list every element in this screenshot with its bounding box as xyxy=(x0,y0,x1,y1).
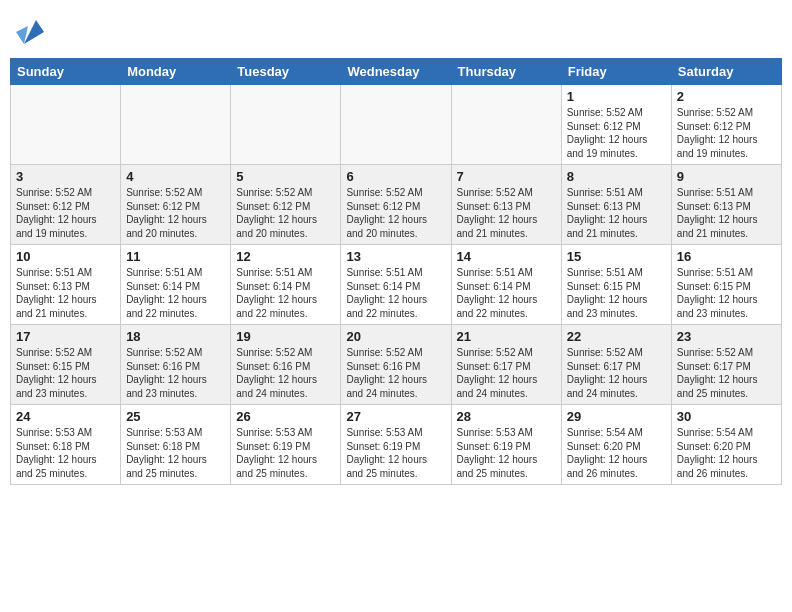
day-info: Sunrise: 5:52 AM Sunset: 6:16 PM Dayligh… xyxy=(346,346,445,400)
calendar-cell: 8Sunrise: 5:51 AM Sunset: 6:13 PM Daylig… xyxy=(561,165,671,245)
day-info: Sunrise: 5:53 AM Sunset: 6:19 PM Dayligh… xyxy=(457,426,556,480)
day-info: Sunrise: 5:52 AM Sunset: 6:15 PM Dayligh… xyxy=(16,346,115,400)
calendar-cell: 18Sunrise: 5:52 AM Sunset: 6:16 PM Dayli… xyxy=(121,325,231,405)
day-number: 8 xyxy=(567,169,666,184)
calendar-cell: 17Sunrise: 5:52 AM Sunset: 6:15 PM Dayli… xyxy=(11,325,121,405)
calendar-cell: 23Sunrise: 5:52 AM Sunset: 6:17 PM Dayli… xyxy=(671,325,781,405)
calendar-cell: 22Sunrise: 5:52 AM Sunset: 6:17 PM Dayli… xyxy=(561,325,671,405)
weekday-header-friday: Friday xyxy=(561,59,671,85)
day-info: Sunrise: 5:52 AM Sunset: 6:13 PM Dayligh… xyxy=(457,186,556,240)
day-info: Sunrise: 5:52 AM Sunset: 6:12 PM Dayligh… xyxy=(677,106,776,160)
day-number: 28 xyxy=(457,409,556,424)
day-info: Sunrise: 5:51 AM Sunset: 6:15 PM Dayligh… xyxy=(567,266,666,320)
calendar-cell: 14Sunrise: 5:51 AM Sunset: 6:14 PM Dayli… xyxy=(451,245,561,325)
calendar-cell xyxy=(11,85,121,165)
day-number: 3 xyxy=(16,169,115,184)
day-number: 2 xyxy=(677,89,776,104)
day-info: Sunrise: 5:51 AM Sunset: 6:14 PM Dayligh… xyxy=(457,266,556,320)
weekday-header-thursday: Thursday xyxy=(451,59,561,85)
calendar-week-row: 10Sunrise: 5:51 AM Sunset: 6:13 PM Dayli… xyxy=(11,245,782,325)
day-info: Sunrise: 5:52 AM Sunset: 6:16 PM Dayligh… xyxy=(236,346,335,400)
calendar-cell: 20Sunrise: 5:52 AM Sunset: 6:16 PM Dayli… xyxy=(341,325,451,405)
day-info: Sunrise: 5:52 AM Sunset: 6:12 PM Dayligh… xyxy=(236,186,335,240)
day-info: Sunrise: 5:52 AM Sunset: 6:12 PM Dayligh… xyxy=(126,186,225,240)
day-info: Sunrise: 5:54 AM Sunset: 6:20 PM Dayligh… xyxy=(567,426,666,480)
calendar-week-row: 3Sunrise: 5:52 AM Sunset: 6:12 PM Daylig… xyxy=(11,165,782,245)
calendar-cell: 7Sunrise: 5:52 AM Sunset: 6:13 PM Daylig… xyxy=(451,165,561,245)
calendar-cell: 19Sunrise: 5:52 AM Sunset: 6:16 PM Dayli… xyxy=(231,325,341,405)
day-info: Sunrise: 5:53 AM Sunset: 6:19 PM Dayligh… xyxy=(346,426,445,480)
calendar-cell xyxy=(341,85,451,165)
calendar-cell: 13Sunrise: 5:51 AM Sunset: 6:14 PM Dayli… xyxy=(341,245,451,325)
day-number: 29 xyxy=(567,409,666,424)
calendar-cell: 11Sunrise: 5:51 AM Sunset: 6:14 PM Dayli… xyxy=(121,245,231,325)
day-number: 12 xyxy=(236,249,335,264)
day-number: 7 xyxy=(457,169,556,184)
weekday-header-wednesday: Wednesday xyxy=(341,59,451,85)
logo-icon xyxy=(14,16,46,48)
calendar-cell: 3Sunrise: 5:52 AM Sunset: 6:12 PM Daylig… xyxy=(11,165,121,245)
day-number: 25 xyxy=(126,409,225,424)
day-number: 26 xyxy=(236,409,335,424)
day-info: Sunrise: 5:54 AM Sunset: 6:20 PM Dayligh… xyxy=(677,426,776,480)
calendar-week-row: 1Sunrise: 5:52 AM Sunset: 6:12 PM Daylig… xyxy=(11,85,782,165)
day-number: 6 xyxy=(346,169,445,184)
calendar-table: SundayMondayTuesdayWednesdayThursdayFrid… xyxy=(10,58,782,485)
calendar-cell: 28Sunrise: 5:53 AM Sunset: 6:19 PM Dayli… xyxy=(451,405,561,485)
calendar-cell: 1Sunrise: 5:52 AM Sunset: 6:12 PM Daylig… xyxy=(561,85,671,165)
day-number: 15 xyxy=(567,249,666,264)
day-number: 27 xyxy=(346,409,445,424)
calendar-header-row: SundayMondayTuesdayWednesdayThursdayFrid… xyxy=(11,59,782,85)
calendar-week-row: 24Sunrise: 5:53 AM Sunset: 6:18 PM Dayli… xyxy=(11,405,782,485)
day-info: Sunrise: 5:52 AM Sunset: 6:16 PM Dayligh… xyxy=(126,346,225,400)
day-number: 20 xyxy=(346,329,445,344)
day-info: Sunrise: 5:53 AM Sunset: 6:19 PM Dayligh… xyxy=(236,426,335,480)
day-number: 11 xyxy=(126,249,225,264)
day-info: Sunrise: 5:51 AM Sunset: 6:13 PM Dayligh… xyxy=(567,186,666,240)
calendar-cell: 9Sunrise: 5:51 AM Sunset: 6:13 PM Daylig… xyxy=(671,165,781,245)
day-info: Sunrise: 5:52 AM Sunset: 6:17 PM Dayligh… xyxy=(677,346,776,400)
calendar-cell xyxy=(451,85,561,165)
calendar-cell xyxy=(121,85,231,165)
day-number: 4 xyxy=(126,169,225,184)
day-number: 22 xyxy=(567,329,666,344)
day-info: Sunrise: 5:51 AM Sunset: 6:14 PM Dayligh… xyxy=(236,266,335,320)
day-number: 16 xyxy=(677,249,776,264)
day-info: Sunrise: 5:53 AM Sunset: 6:18 PM Dayligh… xyxy=(126,426,225,480)
page-header xyxy=(10,10,782,48)
weekday-header-sunday: Sunday xyxy=(11,59,121,85)
logo xyxy=(10,16,46,48)
day-number: 24 xyxy=(16,409,115,424)
calendar-cell: 29Sunrise: 5:54 AM Sunset: 6:20 PM Dayli… xyxy=(561,405,671,485)
calendar-cell: 15Sunrise: 5:51 AM Sunset: 6:15 PM Dayli… xyxy=(561,245,671,325)
calendar-cell: 30Sunrise: 5:54 AM Sunset: 6:20 PM Dayli… xyxy=(671,405,781,485)
day-info: Sunrise: 5:51 AM Sunset: 6:13 PM Dayligh… xyxy=(16,266,115,320)
day-number: 19 xyxy=(236,329,335,344)
calendar-cell: 4Sunrise: 5:52 AM Sunset: 6:12 PM Daylig… xyxy=(121,165,231,245)
calendar-cell: 10Sunrise: 5:51 AM Sunset: 6:13 PM Dayli… xyxy=(11,245,121,325)
day-info: Sunrise: 5:51 AM Sunset: 6:13 PM Dayligh… xyxy=(677,186,776,240)
day-info: Sunrise: 5:51 AM Sunset: 6:14 PM Dayligh… xyxy=(126,266,225,320)
day-number: 18 xyxy=(126,329,225,344)
calendar-week-row: 17Sunrise: 5:52 AM Sunset: 6:15 PM Dayli… xyxy=(11,325,782,405)
calendar-cell: 27Sunrise: 5:53 AM Sunset: 6:19 PM Dayli… xyxy=(341,405,451,485)
day-number: 14 xyxy=(457,249,556,264)
calendar-cell: 2Sunrise: 5:52 AM Sunset: 6:12 PM Daylig… xyxy=(671,85,781,165)
day-number: 1 xyxy=(567,89,666,104)
day-info: Sunrise: 5:53 AM Sunset: 6:18 PM Dayligh… xyxy=(16,426,115,480)
day-number: 10 xyxy=(16,249,115,264)
day-info: Sunrise: 5:52 AM Sunset: 6:17 PM Dayligh… xyxy=(457,346,556,400)
calendar-cell: 26Sunrise: 5:53 AM Sunset: 6:19 PM Dayli… xyxy=(231,405,341,485)
day-number: 9 xyxy=(677,169,776,184)
weekday-header-saturday: Saturday xyxy=(671,59,781,85)
calendar-cell: 24Sunrise: 5:53 AM Sunset: 6:18 PM Dayli… xyxy=(11,405,121,485)
day-info: Sunrise: 5:52 AM Sunset: 6:12 PM Dayligh… xyxy=(16,186,115,240)
day-number: 30 xyxy=(677,409,776,424)
day-info: Sunrise: 5:51 AM Sunset: 6:14 PM Dayligh… xyxy=(346,266,445,320)
calendar-cell: 16Sunrise: 5:51 AM Sunset: 6:15 PM Dayli… xyxy=(671,245,781,325)
day-number: 5 xyxy=(236,169,335,184)
day-number: 21 xyxy=(457,329,556,344)
weekday-header-monday: Monday xyxy=(121,59,231,85)
calendar-cell: 6Sunrise: 5:52 AM Sunset: 6:12 PM Daylig… xyxy=(341,165,451,245)
day-info: Sunrise: 5:52 AM Sunset: 6:12 PM Dayligh… xyxy=(346,186,445,240)
